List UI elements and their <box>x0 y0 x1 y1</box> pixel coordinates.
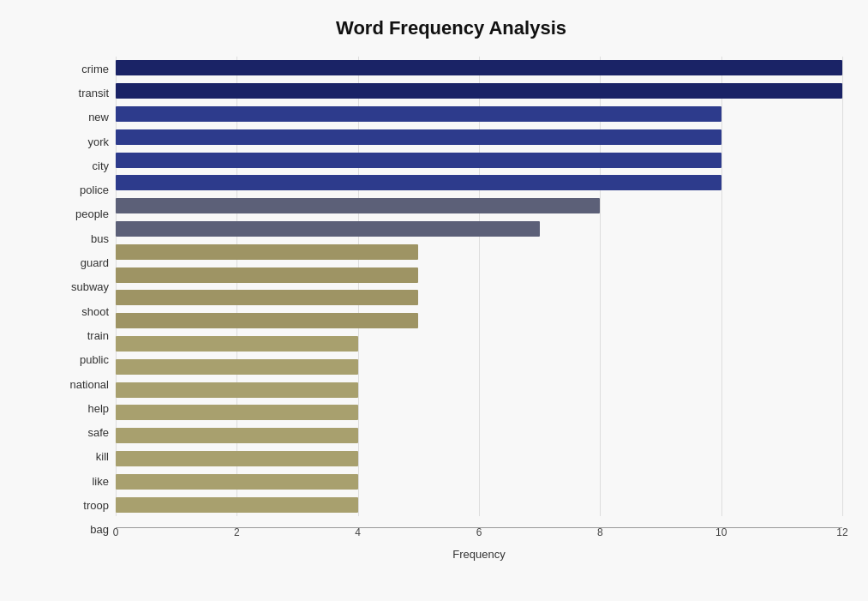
bar <box>116 175 721 190</box>
bar-row <box>116 403 842 422</box>
bar-row <box>116 334 842 353</box>
bar <box>116 497 358 513</box>
bar-row <box>116 288 842 307</box>
bar-row <box>116 58 842 77</box>
bar <box>116 359 358 375</box>
y-axis-label: train <box>87 330 109 341</box>
bar-row <box>116 449 842 468</box>
bar-row <box>116 358 842 376</box>
bar <box>116 290 418 305</box>
y-axis-label: bag <box>90 524 109 535</box>
y-axis-label: crime <box>81 63 109 75</box>
bar-row <box>116 266 842 285</box>
bar-row <box>116 381 842 400</box>
bar <box>116 83 842 99</box>
bar-row <box>116 496 842 514</box>
bar-row <box>116 196 842 215</box>
y-axis-label: public <box>80 354 109 365</box>
bar <box>116 244 418 260</box>
bar-row <box>116 311 842 330</box>
bar <box>116 382 358 398</box>
bar <box>116 428 358 443</box>
y-axis-label: police <box>80 184 109 195</box>
bar <box>116 313 418 328</box>
bar <box>116 153 721 168</box>
bar <box>116 405 358 420</box>
bar <box>116 267 418 283</box>
y-axis-label: transit <box>79 87 109 99</box>
bar-row <box>116 81 842 100</box>
y-axis-label: safe <box>87 427 109 438</box>
chart-title: Word Frequency Analysis <box>60 17 842 39</box>
bar <box>116 336 358 352</box>
y-axis-label: kill <box>96 451 109 462</box>
y-axis-label: new <box>88 111 109 123</box>
bar-row <box>116 472 842 491</box>
bar <box>116 198 600 213</box>
bar-row <box>116 173 842 192</box>
bar <box>116 106 721 122</box>
bar-row <box>116 219 842 238</box>
y-axis-label: troop <box>83 500 109 511</box>
grid-line <box>842 57 843 516</box>
bar-row <box>116 243 842 261</box>
bar <box>116 129 721 145</box>
y-axis-label: national <box>69 379 109 390</box>
y-axis-label: subway <box>71 281 109 292</box>
y-axis-label: people <box>75 208 109 219</box>
y-axis-label: bus <box>91 233 109 244</box>
y-axis: crimetransitnewyorkcitypolicepeoplebusgu… <box>60 57 116 542</box>
chart-container: Word Frequency Analysis crimetransitnewy… <box>0 0 868 601</box>
bar-row <box>116 151 842 170</box>
y-axis-label: shoot <box>81 306 109 317</box>
bar <box>116 451 358 466</box>
y-axis-label: guard <box>81 257 109 268</box>
bar <box>116 221 540 237</box>
bar-row <box>116 105 842 123</box>
y-axis-label: york <box>87 136 109 147</box>
bar-row <box>116 128 842 147</box>
bar <box>116 60 842 75</box>
x-axis-label: Frequency <box>452 548 505 561</box>
y-axis-label: city <box>93 160 110 171</box>
bar <box>116 474 358 490</box>
y-axis-label: like <box>92 476 109 487</box>
bar-row <box>116 426 842 445</box>
y-axis-label: help <box>87 403 109 414</box>
